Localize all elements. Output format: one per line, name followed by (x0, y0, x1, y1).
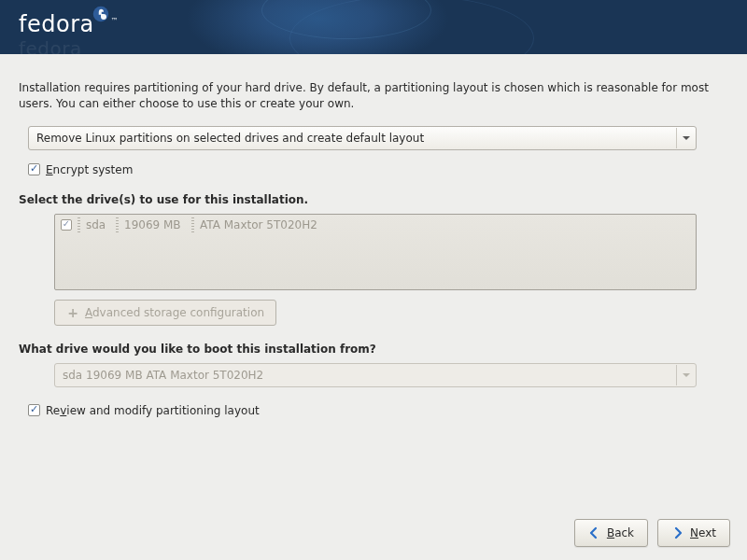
fedora-infinity-icon (92, 2, 109, 19)
advanced-storage-button[interactable]: + Advanced storage configuration (54, 300, 276, 326)
next-button[interactable]: Next (657, 519, 730, 547)
installer-header: fedora ™ fedora (0, 0, 747, 54)
partition-scheme-select[interactable]: Remove Linux partitions on selected driv… (28, 126, 697, 150)
drive-dev: sda (86, 218, 110, 231)
column-separator (116, 217, 119, 232)
column-separator (78, 217, 80, 232)
installer-content: Installation requires partitioning of yo… (0, 54, 747, 417)
encrypt-checkbox[interactable] (28, 163, 40, 175)
drive-checkbox[interactable] (61, 219, 72, 231)
review-checkbox[interactable] (28, 404, 40, 416)
nav-buttons: Back Next (574, 519, 730, 547)
partition-scheme-value: Remove Linux partitions on selected driv… (36, 132, 424, 145)
back-label: Back (607, 526, 634, 539)
fedora-wordmark: fedora (19, 11, 94, 37)
fedora-logo: fedora ™ (19, 11, 119, 37)
arrow-left-icon (588, 526, 601, 539)
fedora-wordmark-reflection: fedora (19, 37, 82, 54)
drive-size: 19069 MB (124, 218, 186, 231)
intro-text: Installation requires partitioning of yo… (19, 80, 728, 113)
drives-section-label: Select the drive(s) to use for this inst… (19, 193, 728, 206)
next-label: Next (690, 526, 716, 539)
review-label[interactable]: Review and modify partitioning layout (46, 404, 260, 417)
drive-list[interactable]: sda 19069 MB ATA Maxtor 5T020H2 (54, 214, 697, 290)
chevron-down-icon (676, 365, 695, 385)
trademark-symbol: ™ (111, 17, 120, 25)
chevron-down-icon (676, 128, 695, 148)
drive-row[interactable]: sda 19069 MB ATA Maxtor 5T020H2 (55, 215, 696, 235)
boot-section-label: What drive would you like to boot this i… (19, 343, 728, 356)
drive-model: ATA Maxtor 5T020H2 (200, 218, 690, 231)
plus-icon: + (66, 306, 79, 319)
advanced-storage-label: Advanced storage configuration (85, 306, 264, 319)
boot-drive-select[interactable]: sda 19069 MB ATA Maxtor 5T020H2 (54, 363, 697, 387)
arrow-right-icon (671, 526, 684, 539)
boot-drive-value: sda 19069 MB ATA Maxtor 5T020H2 (63, 369, 263, 382)
encrypt-label[interactable]: Encrypt system (46, 163, 133, 176)
column-separator (191, 217, 194, 232)
back-button[interactable]: Back (574, 519, 648, 547)
